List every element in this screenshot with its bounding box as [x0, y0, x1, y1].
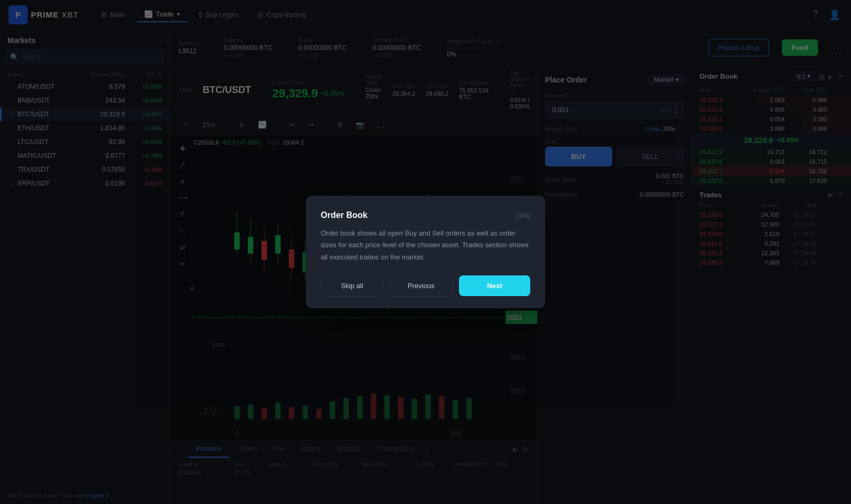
modal-title: Order Book — [321, 211, 368, 220]
skip-all-button[interactable]: Skip all — [321, 275, 383, 297]
modal-footer: Skip all Previous Next — [321, 275, 530, 297]
modal-step: (3/8) — [516, 212, 530, 220]
modal-header: Order Book (3/8) — [321, 211, 530, 220]
modal-body: Order book shows all open Buy and Sell o… — [321, 228, 530, 263]
previous-button[interactable]: Previous — [390, 275, 453, 297]
modal-overlay: Order Book (3/8) Order book shows all op… — [0, 0, 851, 504]
modal-box: Order Book (3/8) Order book shows all op… — [306, 196, 545, 308]
next-button[interactable]: Next — [459, 275, 530, 296]
